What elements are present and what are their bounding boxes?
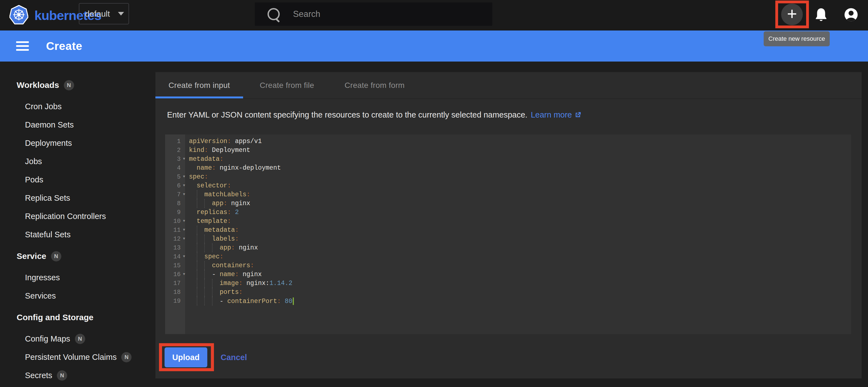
cancel-button[interactable]: Cancel	[218, 349, 250, 365]
code-line[interactable]: 14 ▾ spec:	[165, 252, 851, 261]
namespace-selector[interactable]: default	[79, 3, 129, 24]
sidebar-item-deployments[interactable]: Deployments	[0, 134, 155, 152]
line-number: 14 ▾	[165, 253, 185, 260]
code-line[interactable]: 9 replicas: 2	[165, 208, 851, 217]
sidebar-item-label: Config Maps	[25, 334, 70, 344]
sidebar-item-stateful-sets[interactable]: Stateful Sets	[0, 225, 155, 244]
create-new-resource-button[interactable]: +	[781, 4, 803, 25]
line-number: 18	[165, 289, 185, 296]
fold-arrow-icon[interactable]: ▾	[181, 218, 185, 223]
code-line-content: - name: nginx	[185, 271, 262, 278]
sidebar-item-label: Pods	[25, 175, 43, 184]
namespaced-badge: N	[64, 80, 74, 91]
line-number: 2	[165, 147, 185, 154]
code-line-content: replicas: 2	[185, 209, 239, 216]
yaml-editor[interactable]: 1 apiVersion: apps/v1 2 kind: Deployment…	[165, 135, 851, 334]
account-button[interactable]	[844, 7, 859, 23]
code-line[interactable]: 4 name: nginx-deployment	[165, 164, 851, 172]
search-input[interactable]: Search	[255, 2, 492, 26]
open-in-new-icon	[574, 111, 582, 119]
code-line[interactable]: 7 ▾ matchLabels:	[165, 190, 851, 199]
sidebar-nav: Workloads N Cron Jobs Daemon Sets Deploy…	[0, 62, 155, 387]
line-number: 7 ▾	[165, 191, 185, 198]
sidebar-item-pods[interactable]: Pods	[0, 171, 155, 189]
learn-more-label: Learn more	[531, 110, 572, 119]
code-line-content: apiVersion: apps/v1	[185, 138, 262, 145]
line-number: 6 ▾	[165, 182, 185, 189]
tab-label: Create from form	[345, 81, 405, 90]
tab-create-from-form[interactable]: Create from form	[331, 72, 418, 98]
code-line[interactable]: 5 ▾ spec:	[165, 172, 851, 181]
code-line[interactable]: 15 containers:	[165, 261, 851, 270]
code-line[interactable]: 17 image: nginx:1.14.2	[165, 279, 851, 288]
code-line-content: matchLabels:	[185, 191, 250, 198]
menu-icon[interactable]	[16, 41, 29, 51]
sidebar-item-daemon-sets[interactable]: Daemon Sets	[0, 116, 155, 134]
sidebar-item-persistent-volume-claims[interactable]: Persistent Volume Claims N	[0, 348, 155, 366]
fold-arrow-icon[interactable]: ▾	[181, 174, 185, 179]
code-line-content: app: nginx	[185, 244, 258, 251]
sidebar-item-label: Services	[25, 291, 56, 301]
sidebar-item-label: Stateful Sets	[25, 230, 70, 239]
sidebar-section-config-and-storage[interactable]: Config and Storage	[0, 308, 155, 326]
sidebar-item-label: Deployments	[25, 139, 72, 148]
fold-arrow-icon[interactable]: ▾	[181, 254, 185, 259]
chevron-down-icon	[118, 12, 124, 15]
line-number: 16 ▾	[165, 271, 185, 278]
fold-arrow-icon[interactable]: ▾	[181, 271, 185, 276]
sidebar-item-ingresses[interactable]: Ingresses	[0, 268, 155, 287]
sidebar-item-cron-jobs[interactable]: Cron Jobs	[0, 97, 155, 116]
line-number: 4	[165, 165, 185, 172]
code-line-content: image: nginx:1.14.2	[185, 280, 292, 287]
fold-arrow-icon[interactable]: ▾	[181, 236, 185, 241]
kubernetes-logo-icon	[9, 5, 28, 26]
fold-arrow-icon[interactable]: ▾	[181, 191, 185, 197]
sidebar-item-replica-sets[interactable]: Replica Sets	[0, 189, 155, 207]
upload-button[interactable]: Upload	[164, 347, 207, 367]
code-line-content: app: nginx	[185, 200, 250, 207]
namespaced-badge: N	[51, 251, 61, 261]
code-line[interactable]: 16 ▾ - name: nginx	[165, 270, 851, 279]
search-placeholder: Search	[293, 9, 320, 19]
tab-create-from-input[interactable]: Create from input	[155, 72, 243, 98]
code-line[interactable]: 2 kind: Deployment	[165, 146, 851, 155]
sidebar-item-label: Ingresses	[25, 273, 60, 282]
code-line[interactable]: 1 apiVersion: apps/v1	[165, 137, 851, 146]
tab-create-from-file[interactable]: Create from file	[243, 72, 331, 98]
code-line[interactable]: 11 ▾ metadata:	[165, 226, 851, 235]
kubernetes-dashboard: kubernetes default Search +	[0, 0, 868, 387]
code-line[interactable]: 13 app: nginx	[165, 243, 851, 252]
sidebar-section: Workloads N Cron Jobs Daemon Sets Deploy…	[0, 76, 155, 244]
sidebar-item-replication-controllers[interactable]: Replication Controllers	[0, 207, 155, 225]
account-circle-icon	[844, 7, 859, 22]
sidebar-section-label: Service	[17, 251, 46, 261]
code-line[interactable]: 6 ▾ selector:	[165, 181, 851, 190]
notifications-button[interactable]	[814, 7, 828, 24]
code-line[interactable]: 10 ▾ template:	[165, 217, 851, 226]
fold-arrow-icon[interactable]: ▾	[181, 227, 185, 232]
active-tab-underline	[155, 97, 243, 98]
line-number: 17	[165, 280, 185, 287]
line-number: 11 ▾	[165, 227, 185, 234]
sidebar-section-label: Workloads	[17, 80, 59, 90]
line-number: 12 ▾	[165, 236, 185, 243]
sidebar-item-services[interactable]: Services	[0, 287, 155, 305]
code-line[interactable]: 8 app: nginx	[165, 199, 851, 208]
fold-arrow-icon[interactable]: ▾	[181, 156, 185, 161]
fold-arrow-icon[interactable]: ▾	[181, 183, 185, 188]
code-line[interactable]: 12 ▾ labels:	[165, 235, 851, 243]
app-bar: Create	[0, 31, 868, 62]
code-line[interactable]: 18 ports:	[165, 288, 851, 296]
line-number: 1	[165, 138, 185, 145]
code-line[interactable]: 3 ▾ metadata:	[165, 155, 851, 164]
sidebar-item-jobs[interactable]: Jobs	[0, 152, 155, 171]
code-line-content: containers:	[185, 262, 254, 269]
sidebar-item-config-maps[interactable]: Config Maps N	[0, 329, 155, 348]
sidebar-item-label: Secrets	[25, 371, 52, 380]
sidebar-item-secrets[interactable]: Secrets N	[0, 366, 155, 385]
code-line[interactable]: 19 - containerPort: 80	[165, 296, 851, 306]
sidebar-section-service[interactable]: Service N	[0, 247, 155, 265]
instruction-row: Enter YAML or JSON content specifying th…	[167, 110, 582, 119]
sidebar-section-workloads[interactable]: Workloads N	[0, 76, 155, 94]
learn-more-link[interactable]: Learn more	[531, 110, 582, 119]
